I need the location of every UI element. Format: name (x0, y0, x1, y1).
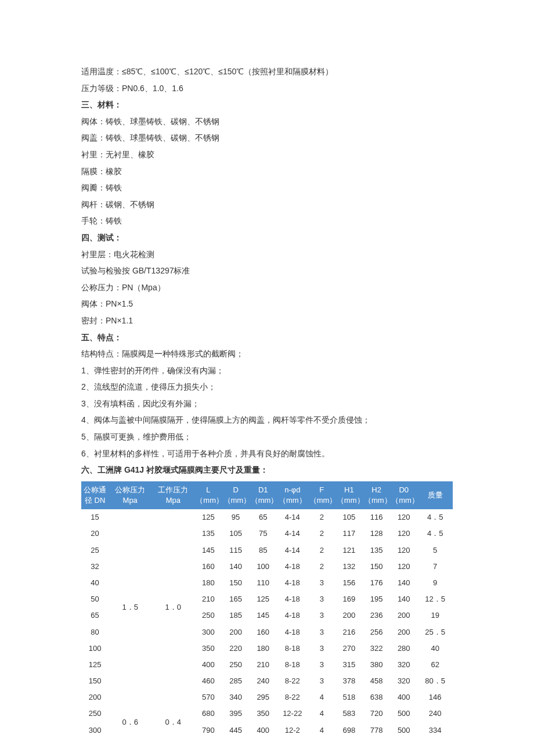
cell-dn: 125 (81, 657, 109, 673)
cell-F: 2 (308, 542, 335, 559)
text-line: 6、衬里材料的多样性，可适用于各种介质，并具有良好的耐腐蚀性。 (81, 446, 453, 462)
cell-nphi: 4-18 (277, 575, 308, 591)
cell-dn: 300 (81, 722, 109, 739)
cell-D0: 320 (390, 657, 417, 673)
text-line: 阀盖：铸铁、球墨铸铁、碳钢、不锈钢 (81, 130, 453, 146)
cell-nphi: 4-14 (277, 525, 308, 542)
cell-H2: 720 (363, 705, 390, 722)
cell-nphi: 4-18 (277, 624, 308, 640)
cell-nphi: 4-14 (277, 542, 308, 559)
text-line: 3、没有填料函，因此没有外漏； (81, 396, 453, 412)
cell-H2: 116 (363, 509, 390, 525)
cell-dn: 65 (81, 607, 109, 624)
cell-D0: 140 (390, 575, 417, 591)
cell-dn: 15 (81, 509, 109, 525)
table-row: 2500．60．468039535012-224583720500240 (81, 705, 453, 722)
section-5-body: 结构特点：隔膜阀是一种特殊形式的截断阀； 1、弹性密封的开闭件，确保没有内漏； … (81, 346, 453, 461)
cell-H1: 156 (335, 575, 363, 591)
cell-L: 210 (194, 591, 222, 607)
th-D: D （mm） (222, 481, 250, 509)
cell-D: 95 (222, 509, 250, 525)
cell-L: 180 (194, 575, 222, 591)
cell-D0: 200 (390, 607, 417, 624)
cell-L: 160 (194, 559, 222, 575)
table-header: 公称通径 DN 公称压力 Mpa 工作压力 Mpa L （mm） D （mm） … (81, 481, 453, 509)
cell-L: 300 (194, 624, 222, 640)
cell-wt: 4．5 (417, 509, 453, 525)
cell-D1: 295 (250, 689, 277, 705)
section-3-body: 阀体：铸铁、球墨铸铁、碳钢、不锈钢 阀盖：铸铁、球墨铸铁、碳钢、不锈钢 衬里：无… (81, 114, 453, 229)
cell-D1: 240 (250, 673, 277, 689)
text-line: 适用温度：≤85℃、≤100℃、≤120℃、≤150℃（按照衬里和隔膜材料） (81, 64, 453, 80)
cell-wt: 12．5 (417, 591, 453, 607)
cell-D0: 120 (390, 525, 417, 542)
cell-D0: 200 (390, 624, 417, 640)
cell-D0: 120 (390, 542, 417, 559)
cell-L: 145 (194, 542, 222, 559)
cell-dn: 50 (81, 591, 109, 607)
table-row: 151．51．012595654-1421051161204．5 (81, 509, 453, 525)
cell-H1: 117 (335, 525, 363, 542)
cell-L: 400 (194, 657, 222, 673)
cell-dn: 80 (81, 624, 109, 640)
text-line: 2、流线型的流道，使得压力损失小； (81, 379, 453, 395)
cell-nphi: 8-18 (277, 640, 308, 657)
cell-nphi: 12-2 (277, 722, 308, 739)
cell-F: 3 (308, 673, 335, 689)
cell-D: 395 (222, 705, 250, 722)
cell-D: 285 (222, 673, 250, 689)
cell-L: 570 (194, 689, 222, 705)
cell-F: 4 (308, 705, 335, 722)
th-pwork: 工作压力 Mpa (151, 481, 194, 509)
th-H1: H1 （mm） (335, 481, 363, 509)
cell-wt: 19 (417, 607, 453, 624)
cell-L: 350 (194, 640, 222, 657)
cell-H2: 150 (363, 559, 390, 575)
cell-L: 250 (194, 607, 222, 624)
cell-D1: 350 (250, 705, 277, 722)
th-nphi: n-φd （mm） (277, 481, 308, 509)
th-L: L （mm） (194, 481, 222, 509)
text-line: 手轮：铸铁 (81, 213, 453, 229)
cell-nphi: 12-22 (277, 705, 308, 722)
cell-D: 140 (222, 559, 250, 575)
cell-dn: 200 (81, 689, 109, 705)
cell-L: 135 (194, 525, 222, 542)
cell-dn: 150 (81, 673, 109, 689)
cell-H1: 121 (335, 542, 363, 559)
cell-L: 790 (194, 722, 222, 739)
text-line: 压力等级：PN0.6、1.0、1.6 (81, 81, 453, 96)
cell-D1: 160 (250, 624, 277, 640)
cell-D0: 500 (390, 705, 417, 722)
cell-H2: 322 (363, 640, 390, 657)
cell-D1: 75 (250, 525, 277, 542)
cell-D1: 125 (250, 591, 277, 607)
cell-dn: 40 (81, 575, 109, 591)
cell-wt: 240 (417, 705, 453, 722)
cell-D: 220 (222, 640, 250, 657)
cell-D0: 400 (390, 689, 417, 705)
cell-wt: 25．5 (417, 624, 453, 640)
cell-dn: 100 (81, 640, 109, 657)
cell-F: 2 (308, 509, 335, 525)
cell-wt: 80．5 (417, 673, 453, 689)
cell-F: 3 (308, 640, 335, 657)
text-line: 隔膜：橡胶 (81, 164, 453, 179)
text-line: 试验与检验按 GB/T13297标准 (81, 263, 453, 279)
text-line: 阀瓣：铸铁 (81, 180, 453, 196)
cell-H1: 315 (335, 657, 363, 673)
dimensions-table: 公称通径 DN 公称压力 Mpa 工作压力 Mpa L （mm） D （mm） … (81, 481, 453, 739)
section-5-title: 五、特点： (81, 330, 453, 345)
cell-H1: 132 (335, 559, 363, 575)
cell-D: 445 (222, 722, 250, 739)
cell-L: 125 (194, 509, 222, 525)
text-line: 结构特点：隔膜阀是一种特殊形式的截断阀； (81, 346, 453, 362)
cell-D: 105 (222, 525, 250, 542)
cell-pwork: 0．4 (151, 705, 194, 738)
cell-D0: 500 (390, 722, 417, 739)
text-line: 4、阀体与盖被中间隔膜隔开，使得隔膜上方的阀盖，阀杆等零件不受介质侵蚀； (81, 412, 453, 428)
cell-F: 2 (308, 559, 335, 575)
text-line: 1、弹性密封的开闭件，确保没有内漏； (81, 363, 453, 379)
cell-wt: 9 (417, 575, 453, 591)
cell-D1: 110 (250, 575, 277, 591)
